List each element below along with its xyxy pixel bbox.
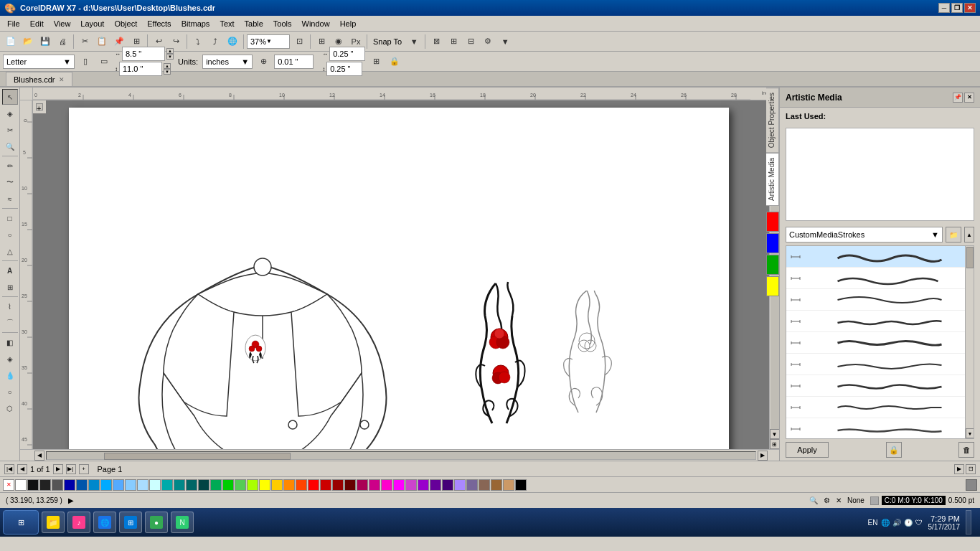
start-button[interactable]: ⊞ bbox=[3, 510, 39, 534]
crop-tool-btn[interactable]: ✂ bbox=[2, 122, 18, 138]
page-prev-btn[interactable]: ◀ bbox=[17, 464, 27, 474]
color-swatch-2[interactable] bbox=[52, 479, 63, 491]
artistic-media-tab[interactable]: Artistic Media bbox=[766, 153, 779, 206]
stroke-item-7[interactable] bbox=[786, 375, 974, 397]
portrait-btn[interactable]: ▯ bbox=[77, 54, 93, 70]
color-swatch-18[interactable] bbox=[247, 479, 258, 491]
color-swatch-39[interactable] bbox=[503, 479, 514, 491]
ruler-origin-btn[interactable]: + bbox=[36, 103, 43, 110]
show-desktop-btn[interactable] bbox=[966, 510, 971, 534]
tb2-extra1[interactable]: ⊞ bbox=[368, 54, 384, 70]
color-swatch-12[interactable] bbox=[174, 479, 185, 491]
view-snap-btn[interactable]: ⊠ bbox=[428, 34, 444, 50]
menu-tools[interactable]: Tools bbox=[269, 18, 296, 29]
select-tool-btn[interactable]: ↖ bbox=[2, 89, 18, 105]
table-tool-btn[interactable]: ⊞ bbox=[2, 279, 18, 295]
menu-edit[interactable]: Edit bbox=[26, 18, 48, 29]
stroke-item-6[interactable] bbox=[786, 354, 974, 375]
color-swatch-white[interactable] bbox=[15, 479, 27, 491]
menu-layout[interactable]: Layout bbox=[76, 18, 108, 29]
taskbar-app-browser1[interactable]: 🌐 bbox=[93, 512, 116, 533]
text-tool-btn[interactable]: A bbox=[2, 263, 18, 278]
taskbar-app-explorer[interactable]: 📁 bbox=[42, 512, 65, 533]
stroke-list-scroll-up[interactable]: ▲ bbox=[964, 227, 974, 242]
stroke-item-4[interactable] bbox=[786, 311, 974, 332]
menu-effects[interactable]: Effects bbox=[143, 18, 175, 29]
width-up[interactable]: ▲ bbox=[166, 48, 174, 54]
shape-tool-btn[interactable]: ◈ bbox=[2, 105, 18, 121]
color-swatch-37[interactable] bbox=[479, 479, 490, 491]
stroke-item-2[interactable] bbox=[786, 268, 974, 289]
color-swatch-14[interactable] bbox=[198, 479, 209, 491]
color-swatch-3[interactable] bbox=[64, 479, 75, 491]
publish-button[interactable]: 🌐 bbox=[225, 34, 240, 50]
color-swatch-26[interactable] bbox=[344, 479, 356, 491]
stroke-item-1[interactable] bbox=[786, 246, 974, 268]
tb2-lock[interactable]: 🔒 bbox=[387, 54, 402, 70]
connector-btn[interactable]: ⌒ bbox=[2, 315, 18, 331]
export-button[interactable]: ⤴ bbox=[207, 34, 223, 50]
color-swatch-28[interactable] bbox=[369, 479, 380, 491]
color-swatch-0[interactable] bbox=[27, 479, 39, 491]
dup-y-input[interactable]: 0.25 " bbox=[326, 62, 362, 76]
parallel-dim-btn[interactable]: ⌇ bbox=[2, 298, 18, 314]
v-scroll-extra-btn[interactable]: ⊞ bbox=[770, 439, 780, 449]
cut-button[interactable]: ✂ bbox=[77, 34, 93, 50]
color-side-blue[interactable] bbox=[766, 233, 779, 253]
color-swatch-19[interactable] bbox=[259, 479, 270, 491]
stroke-dropdown[interactable]: CustomMediaStrokes ▼ bbox=[786, 227, 943, 242]
h-scroll-right-btn[interactable]: ▶ bbox=[758, 451, 768, 461]
stroke-item-5[interactable] bbox=[786, 332, 974, 354]
color-swatch-38[interactable] bbox=[491, 479, 502, 491]
color-side-yellow[interactable] bbox=[766, 276, 779, 296]
color-swatch-4[interactable] bbox=[76, 479, 88, 491]
h-scroll-left-btn[interactable]: ◀ bbox=[34, 451, 44, 461]
object-properties-tab[interactable]: Object Properties bbox=[766, 88, 779, 153]
taskbar-app-chrome[interactable]: ● bbox=[145, 512, 168, 533]
height-down[interactable]: ▼ bbox=[164, 69, 171, 75]
color-swatch-40[interactable] bbox=[515, 479, 527, 491]
color-swatch-30[interactable] bbox=[393, 479, 405, 491]
color-swatch-21[interactable] bbox=[283, 479, 295, 491]
color-swatch-6[interactable] bbox=[100, 479, 112, 491]
snap-obj-btn[interactable]: ⊟ bbox=[463, 34, 479, 50]
close-button[interactable]: ✕ bbox=[964, 3, 976, 13]
color-bar-scroll-right[interactable] bbox=[966, 479, 977, 491]
taskbar-app-win-update[interactable]: ⊞ bbox=[119, 512, 142, 533]
nudge-input[interactable]: 0.01 " bbox=[274, 55, 314, 69]
import-button[interactable]: ⤵ bbox=[190, 34, 206, 50]
zoom-tool-btn[interactable]: 🔍 bbox=[2, 138, 18, 154]
color-swatch-16[interactable] bbox=[222, 479, 234, 491]
color-swatch-34[interactable] bbox=[442, 479, 453, 491]
color-swatch-25[interactable] bbox=[332, 479, 344, 491]
eyedropper-btn[interactable]: 💧 bbox=[2, 367, 18, 383]
panel-pin-btn[interactable]: 📌 bbox=[953, 93, 963, 103]
width-down[interactable]: ▼ bbox=[166, 54, 174, 60]
color-swatch-29[interactable] bbox=[381, 479, 392, 491]
ellipse-tool-btn[interactable]: ○ bbox=[2, 227, 18, 242]
page-last-btn[interactable]: ▶| bbox=[66, 464, 76, 474]
menu-bitmaps[interactable]: Bitmaps bbox=[177, 18, 215, 29]
color-swatch-23[interactable] bbox=[308, 479, 319, 491]
freehand-tool-btn[interactable]: ✏ bbox=[2, 158, 18, 174]
menu-object[interactable]: Object bbox=[110, 18, 141, 29]
color-swatch-1[interactable] bbox=[39, 479, 51, 491]
open-button[interactable]: 📂 bbox=[20, 34, 36, 50]
color-swatch-32[interactable] bbox=[418, 479, 429, 491]
color-swatch-11[interactable] bbox=[161, 479, 173, 491]
color-swatch-24[interactable] bbox=[320, 479, 331, 491]
minimize-button[interactable]: ─ bbox=[938, 3, 950, 13]
color-swatch-8[interactable] bbox=[125, 479, 136, 491]
smart-fill-btn[interactable]: ◈ bbox=[2, 351, 18, 367]
color-swatch-10[interactable] bbox=[149, 479, 161, 491]
color-swatch-13[interactable] bbox=[186, 479, 197, 491]
menu-window[interactable]: Window bbox=[298, 18, 334, 29]
stroke-list-thumb[interactable] bbox=[966, 247, 974, 268]
color-swatch-5[interactable] bbox=[88, 479, 100, 491]
dynamic-guide-btn[interactable]: ⊞ bbox=[446, 34, 461, 50]
interactive-fill-btn[interactable]: ◧ bbox=[2, 334, 18, 350]
height-input[interactable]: 11.0 " bbox=[119, 62, 162, 76]
zoom-full-button[interactable]: ⊡ bbox=[291, 34, 307, 50]
fill-btn[interactable]: ⬡ bbox=[2, 400, 18, 416]
color-swatch-15[interactable] bbox=[210, 479, 222, 491]
